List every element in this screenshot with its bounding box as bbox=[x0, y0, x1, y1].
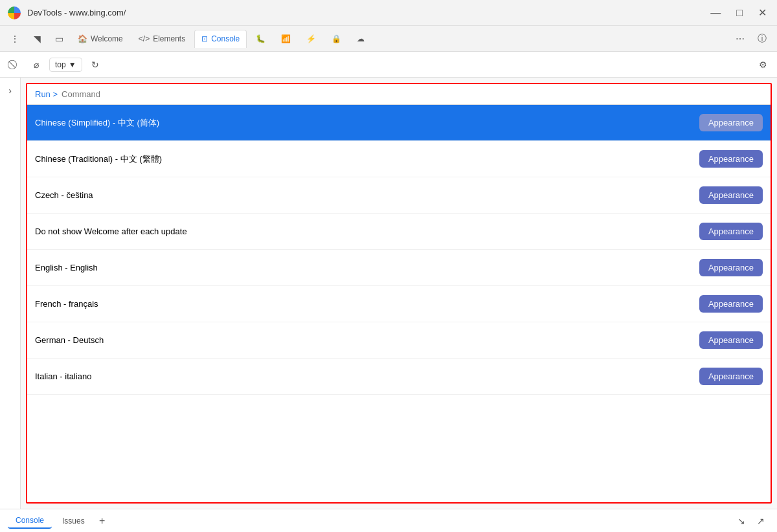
appearance-button[interactable]: Appearance bbox=[699, 114, 763, 131]
performance-icon: ⚡ bbox=[306, 34, 316, 43]
run-bar: Run > bbox=[27, 84, 771, 105]
collapse-arrow-icon[interactable]: › bbox=[6, 83, 14, 98]
appearance-button[interactable]: Appearance bbox=[699, 150, 763, 168]
appearance-button[interactable]: Appearance bbox=[699, 331, 763, 349]
toolbar-right: ⚙ bbox=[754, 56, 772, 74]
result-item-label: Do not show Welcome after each update bbox=[35, 227, 699, 236]
window-controls: — □ ✕ bbox=[708, 6, 769, 19]
device-toggle-button[interactable]: ▭ bbox=[49, 30, 69, 48]
result-item[interactable]: Chinese (Simplified) - 中文 (简体)Appearance bbox=[27, 105, 771, 141]
bottom-right-controls: ↘ ↗ bbox=[733, 513, 769, 529]
clear-console-button[interactable]: ⃠ bbox=[5, 56, 23, 74]
bottom-bar: Console Issues + ↘ ↗ bbox=[0, 509, 777, 532]
main-area: › Run > Chinese (Simplified) - 中文 (简体)Ap… bbox=[0, 78, 777, 509]
result-item[interactable]: Italian - italianoAppearance bbox=[27, 359, 771, 395]
more-tabs-button[interactable]: ⋯ bbox=[730, 30, 750, 48]
sidebar-toggle-button[interactable]: ⋮ bbox=[5, 30, 25, 48]
result-item-label: Italian - italiano bbox=[35, 371, 699, 381]
appearance-button[interactable]: Appearance bbox=[699, 295, 763, 313]
elements-icon: </> bbox=[139, 34, 150, 43]
settings-button[interactable]: ⚙ bbox=[754, 56, 772, 74]
bottom-tab-issues[interactable]: Issues bbox=[54, 514, 93, 528]
add-tab-button[interactable]: + bbox=[95, 514, 109, 528]
result-item-label: Chinese (Simplified) - 中文 (简体) bbox=[35, 117, 699, 129]
result-item[interactable]: German - DeutschAppearance bbox=[27, 322, 771, 359]
appearance-button[interactable]: Appearance bbox=[699, 368, 763, 385]
inspect-button[interactable]: ◥ bbox=[27, 30, 47, 48]
appearance-button[interactable]: Appearance bbox=[699, 186, 763, 204]
dock-bottom-button[interactable]: ↘ bbox=[733, 513, 750, 529]
result-item[interactable]: English - EnglishAppearance bbox=[27, 250, 771, 286]
result-item-label: German - Deutsch bbox=[35, 335, 699, 345]
tab-console[interactable]: ⊡ Console bbox=[194, 30, 247, 48]
run-label: Run > bbox=[35, 89, 58, 99]
result-item-label: Chinese (Traditional) - 中文 (繁體) bbox=[35, 153, 699, 165]
result-item[interactable]: French - françaisAppearance bbox=[27, 286, 771, 322]
refresh-button[interactable]: ↻ bbox=[86, 56, 104, 74]
tab-network[interactable]: 📶 bbox=[275, 30, 297, 48]
tab-performance[interactable]: ⚡ bbox=[300, 30, 322, 48]
console-icon: ⊡ bbox=[201, 34, 208, 43]
tab-elements[interactable]: </> Elements bbox=[132, 30, 192, 48]
help-button[interactable]: ⓘ bbox=[752, 30, 772, 48]
result-item-label: Czech - čeština bbox=[35, 190, 699, 200]
storage-icon: ☁ bbox=[357, 34, 365, 43]
sources-icon: 🐛 bbox=[256, 34, 265, 43]
close-button[interactable]: ✕ bbox=[756, 6, 769, 19]
tab-welcome[interactable]: 🏠 Welcome bbox=[71, 30, 130, 48]
title-bar: DevTools - www.bing.com/ — □ ✕ bbox=[0, 0, 777, 26]
tab-storage[interactable]: ☁ bbox=[350, 30, 371, 48]
command-input[interactable] bbox=[62, 89, 763, 99]
memory-icon: 🔒 bbox=[332, 34, 341, 43]
maximize-button[interactable]: □ bbox=[734, 6, 745, 19]
app-logo bbox=[8, 6, 21, 19]
chevron-down-icon: ▼ bbox=[69, 60, 76, 69]
context-label: top bbox=[55, 60, 66, 69]
result-item-label: English - English bbox=[35, 263, 699, 272]
bottom-tab-console[interactable]: Console bbox=[8, 513, 52, 529]
result-item[interactable]: Czech - češtinaAppearance bbox=[27, 177, 771, 214]
home-icon: 🏠 bbox=[78, 34, 87, 43]
command-panel: Run > Chinese (Simplified) - 中文 (简体)Appe… bbox=[26, 83, 772, 504]
undock-button[interactable]: ↗ bbox=[752, 513, 769, 529]
left-sidebar: › bbox=[0, 78, 21, 509]
window-title: DevTools - www.bing.com/ bbox=[27, 8, 701, 17]
tab-more-controls: ⋯ ⓘ bbox=[730, 30, 772, 48]
tab-sources[interactable]: 🐛 bbox=[249, 30, 272, 48]
appearance-button[interactable]: Appearance bbox=[699, 223, 763, 240]
network-icon: 📶 bbox=[281, 34, 291, 43]
minimize-button[interactable]: — bbox=[708, 6, 723, 19]
result-item[interactable]: Do not show Welcome after each updateApp… bbox=[27, 214, 771, 250]
results-list[interactable]: Chinese (Simplified) - 中文 (简体)Appearance… bbox=[27, 105, 771, 502]
result-item-label: French - français bbox=[35, 299, 699, 309]
console-toolbar: ⃠ ⌀ top ▼ ↻ ⚙ bbox=[0, 52, 777, 78]
tab-memory[interactable]: 🔒 bbox=[325, 30, 348, 48]
filter-button[interactable]: ⌀ bbox=[27, 56, 45, 74]
appearance-button[interactable]: Appearance bbox=[699, 259, 763, 276]
tab-bar: ⋮ ◥ ▭ 🏠 Welcome </> Elements ⊡ Console 🐛… bbox=[0, 26, 777, 52]
context-dropdown[interactable]: top ▼ bbox=[49, 58, 82, 72]
result-item[interactable]: Chinese (Traditional) - 中文 (繁體)Appearanc… bbox=[27, 141, 771, 177]
